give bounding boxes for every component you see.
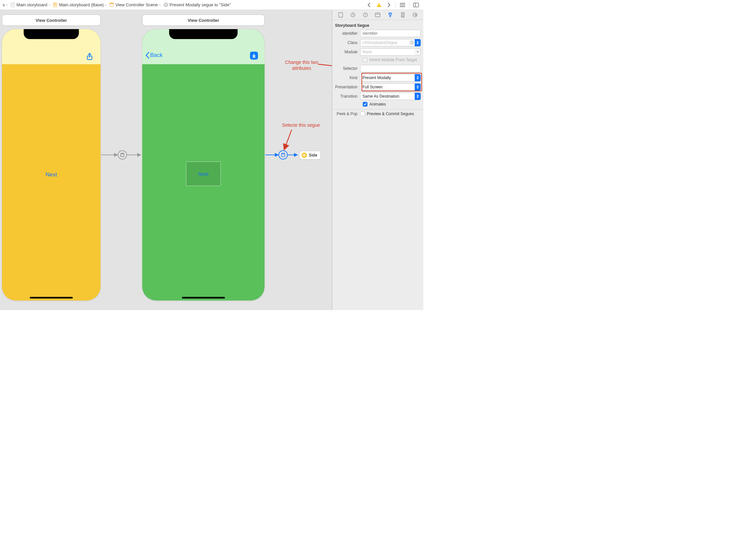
history-inspector-tab[interactable] [349, 11, 357, 18]
scene-chip-side[interactable]: Side [299, 151, 321, 160]
help-inspector-tab[interactable]: ? [362, 11, 369, 18]
breadcrumb-item-segue[interactable]: Present Modally segue to "Side" [163, 2, 232, 7]
checkbox-label: Animates [369, 102, 386, 107]
scene-title[interactable]: View Controller [142, 14, 265, 26]
identity-inspector-tab[interactable] [374, 11, 381, 18]
breadcrumb-item-base[interactable]: Main.storyboard (Base) › [52, 2, 108, 7]
storyboard-canvas[interactable]: View Controller View Controller Next [0, 10, 332, 310]
inspector-tab-bar: ? [332, 10, 423, 20]
notch [169, 29, 238, 39]
chevron-left-icon [145, 52, 150, 59]
svg-rect-13 [414, 3, 419, 7]
breadcrumb-item-scene[interactable]: View Controller Scene › [109, 2, 163, 7]
segue-arrow [101, 155, 118, 155]
divider [395, 2, 396, 8]
home-indicator [30, 297, 73, 298]
phone-scene-1[interactable]: Next [2, 29, 101, 300]
next-button[interactable]: Next [46, 171, 57, 178]
peek-pop-checkbox[interactable] [360, 112, 365, 116]
top-toolbar [366, 2, 421, 8]
svg-point-9 [164, 3, 168, 7]
kind-select[interactable]: Present Modally [360, 74, 415, 81]
inspector-panel: ? Storyboard Segue Identifier Class [332, 10, 423, 310]
back-button[interactable]: Back [145, 52, 163, 59]
dropdown-toggle[interactable] [415, 93, 421, 100]
warning-icon[interactable] [376, 2, 382, 8]
annotation-text: Selecte this segue [274, 122, 327, 128]
view-controller-icon [302, 153, 307, 158]
svg-rect-3 [12, 5, 13, 6]
dropdown-toggle[interactable] [415, 39, 421, 46]
checkbox-label: Preview & Commit Segues [367, 112, 414, 116]
scene-title[interactable]: View Controller [2, 14, 101, 26]
adjust-editor-button[interactable] [413, 2, 419, 8]
svg-rect-2 [12, 5, 14, 5]
field-label: Kind [335, 75, 360, 80]
field-label: Transition [335, 94, 360, 99]
connections-inspector-tab[interactable] [412, 11, 419, 18]
field-label: Class [335, 40, 360, 45]
dropdown-toggle[interactable] [415, 48, 421, 56]
next-button-label: Next [46, 171, 57, 178]
svg-rect-8 [110, 3, 113, 4]
breadcrumb-bar: s › Main.storyboard › Main.storyboard (B… [0, 0, 423, 10]
annotation-arrow [317, 62, 332, 73]
scene-title-label: View Controller [188, 18, 219, 23]
nav-forward-button[interactable] [386, 2, 392, 8]
breadcrumb-item-file[interactable]: Main.storyboard › [10, 2, 52, 7]
selector-field[interactable] [360, 65, 421, 72]
container-view[interactable]: Next [186, 162, 221, 186]
field-label: Presentation [335, 85, 360, 89]
container-label: Next [198, 171, 209, 177]
presentation-select[interactable]: Full Screen [360, 84, 415, 91]
annotation-arrow [282, 128, 296, 156]
svg-rect-10 [165, 4, 167, 6]
storyboard-orange-icon [53, 2, 58, 7]
scene-title-label: View Controller [36, 18, 67, 23]
breadcrumb-label: Main.storyboard [16, 2, 47, 7]
storyboard-file-icon [10, 2, 15, 7]
svg-rect-23 [339, 13, 342, 17]
divider [332, 109, 423, 110]
field-label: Identifier [335, 31, 360, 36]
breadcrumb-item-truncated[interactable]: s › [2, 2, 10, 7]
breadcrumb-label: View Controller Scene [115, 2, 158, 7]
breadcrumb-label: Present Modally segue to "Side" [170, 2, 231, 7]
field-label: Selector [335, 66, 360, 71]
chevron-right-icon: › [104, 2, 108, 7]
animates-checkbox[interactable] [363, 102, 367, 107]
nav-back-button[interactable] [366, 2, 372, 8]
attributes-inspector-tab[interactable] [387, 11, 394, 18]
divider [409, 2, 410, 8]
breadcrumb-label: Main.storyboard (Base) [59, 2, 104, 7]
scene-chip-label: Side [309, 153, 317, 158]
chevron-right-icon: › [47, 2, 51, 7]
svg-rect-5 [54, 3, 57, 4]
field-label: Module [335, 50, 360, 54]
field-label: Peek & Pop [335, 112, 360, 116]
size-inspector-tab[interactable] [399, 11, 406, 18]
chevron-right-icon: › [158, 2, 162, 7]
download-icon[interactable] [250, 52, 258, 60]
svg-rect-11 [379, 4, 379, 6]
phone-scene-2[interactable]: Back Next [142, 29, 265, 300]
inspector-section-header: Storyboard Segue [335, 23, 421, 28]
class-select[interactable]: UIStoryboardSegue [360, 39, 409, 46]
identifier-field[interactable] [360, 30, 421, 37]
segue-node[interactable] [118, 150, 127, 160]
dropdown-toggle[interactable] [415, 84, 421, 91]
module-select[interactable]: None [360, 48, 415, 56]
segue-arrow-selected [265, 155, 278, 155]
share-icon[interactable] [85, 52, 94, 61]
back-button-label: Back [150, 52, 163, 59]
scene-icon [109, 2, 114, 7]
svg-rect-16 [121, 154, 124, 157]
dropdown-toggle[interactable] [415, 74, 421, 81]
svg-rect-12 [379, 6, 379, 7]
svg-rect-27 [375, 13, 380, 17]
transition-select[interactable]: Same As Destination [360, 93, 415, 100]
inherit-module-checkbox [363, 58, 367, 62]
class-clear-icon[interactable] [409, 39, 415, 46]
file-inspector-tab[interactable] [337, 11, 344, 18]
outline-toggle-button[interactable] [399, 2, 406, 8]
